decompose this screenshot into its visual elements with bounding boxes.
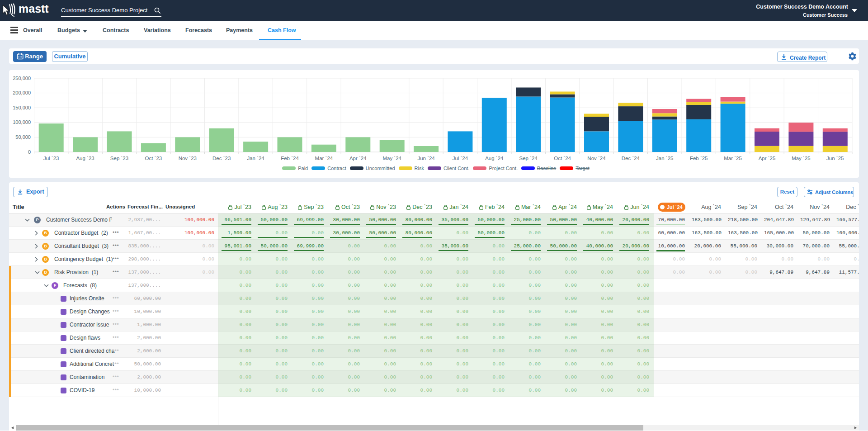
svg-text:Dec `23: Dec `23 <box>212 156 231 161</box>
svg-text:Feb `24: Feb `24 <box>281 156 299 161</box>
svg-text:May `25: May `25 <box>792 156 811 161</box>
svg-text:Aug `23: Aug `23 <box>76 156 94 161</box>
svg-text:Jul `24: Jul `24 <box>453 156 468 161</box>
svg-text:150,000: 150,000 <box>13 105 31 110</box>
svg-text:Apr `24: Apr `24 <box>349 156 367 161</box>
svg-text:Nov `24: Nov `24 <box>587 156 606 161</box>
svg-text:100,000: 100,000 <box>13 119 31 125</box>
svg-text:0: 0 <box>28 149 31 155</box>
svg-text:250,000: 250,000 <box>13 76 31 81</box>
svg-text:Jan `24: Jan `24 <box>247 156 264 161</box>
svg-text:Feb `25: Feb `25 <box>690 156 708 161</box>
svg-text:Mar `24: Mar `24 <box>315 156 333 161</box>
svg-text:Sep `23: Sep `23 <box>110 156 128 161</box>
svg-text:Aug `24: Aug `24 <box>485 156 504 161</box>
svg-text:50,000: 50,000 <box>15 134 31 140</box>
svg-text:Sep `24: Sep `24 <box>519 156 538 161</box>
svg-text:Apr `25: Apr `25 <box>759 156 776 161</box>
svg-text:Dec `24: Dec `24 <box>622 156 640 161</box>
svg-text:Jun `25: Jun `25 <box>826 156 844 161</box>
svg-text:May `24: May `24 <box>382 156 401 161</box>
svg-text:Oct `24: Oct `24 <box>554 156 571 161</box>
svg-text:Jun `24: Jun `24 <box>417 156 435 161</box>
svg-text:Oct `23: Oct `23 <box>145 156 162 161</box>
svg-text:Nov `23: Nov `23 <box>179 156 197 161</box>
svg-text:Jul `23: Jul `23 <box>43 156 59 161</box>
svg-text:200,000: 200,000 <box>13 90 31 95</box>
svg-text:Mar `25: Mar `25 <box>724 156 742 161</box>
svg-text:Jan `25: Jan `25 <box>656 156 673 161</box>
